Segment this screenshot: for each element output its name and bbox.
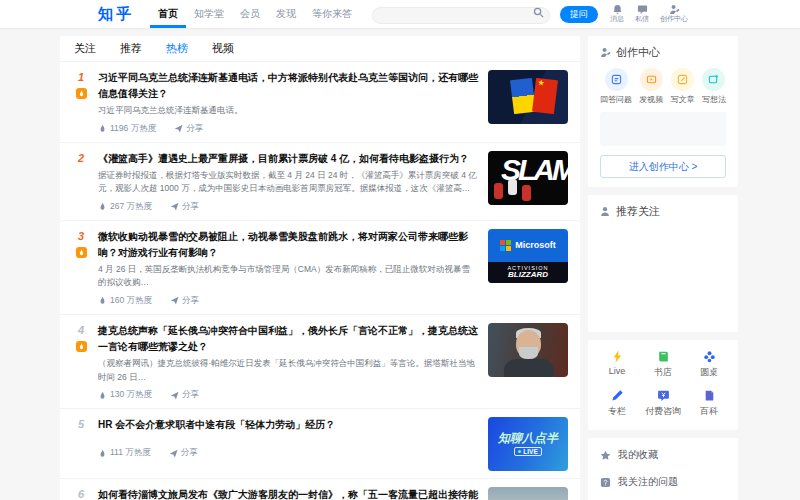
my-collections-link[interactable]: 我的收藏 [600,448,726,462]
book-icon [657,350,670,363]
thumbnail-czech-president[interactable] [488,323,568,377]
idea-icon [708,74,719,85]
hot-badge-icon [76,88,87,99]
right-sidebar: 创作中心 回答问题 发视频 写文章 写想法 [588,36,738,500]
post-video-button[interactable]: 发视频 [639,68,663,105]
search-input[interactable] [372,7,550,24]
creation-center-header: 创作中心 [588,36,738,66]
thumbnail-flags[interactable]: ★ [488,70,568,124]
shortcut-bookstore[interactable]: 书店 [640,350,686,379]
zhihu-logo[interactable]: 知乎 [98,5,134,24]
portrait-suit [504,359,554,377]
creation-actions: 回答问题 发视频 写文章 写想法 [588,66,738,105]
question-title[interactable]: 微软收购动视暴雪的交易被阻止，动视暴雪美股盘前跳水，将对两家公司带来哪些影响？对… [98,229,478,261]
nav-item-zhixuetang[interactable]: 知学堂 [186,0,232,28]
thumbnail-slam-dunk[interactable]: SLAM [488,151,568,205]
my-followed-questions-link[interactable]: 我关注的问题 [600,475,726,489]
hot-badge-icon [76,247,87,258]
rank-column: 2 [70,151,92,213]
bell-icon [612,4,623,15]
answer-question-button[interactable]: 回答问题 [600,68,632,105]
question-title[interactable]: 《灌篮高手》遭遇史上最严重屏摄，目前累计票房破 4 亿，如何看待电影盗摄行为？ [98,151,478,167]
creation-center-title: 创作中心 [616,45,660,60]
shortcut-roundtable[interactable]: 圆桌 [686,350,732,379]
creator-center-label: 创作中心 [660,15,688,23]
player-figure [522,185,531,201]
share-icon [170,296,179,305]
recommend-follow-header: 推荐关注 [588,195,738,225]
creator-center-button[interactable]: 创作中心 [660,4,688,23]
hot-badge-icon [76,341,87,352]
shortcut-column[interactable]: 专栏 [594,389,640,418]
heat-count: 130 万热度 [98,389,152,401]
share-button[interactable]: 分享 [170,201,199,213]
heat-count: 267 万热度 [98,201,152,213]
share-button[interactable]: 分享 [170,389,199,401]
hot-list-item-3[interactable]: 3 微软收购动视暴雪的交易被阻止，动视暴雪美股盘前跳水，将对两家公司带来哪些影响… [60,221,580,315]
column-pen-icon [611,389,624,402]
tab-recommend[interactable]: 推荐 [112,41,150,56]
article-icon [677,74,688,85]
rank-number: 4 [70,324,92,336]
heat-count: 111 万热度 [98,447,151,459]
rank-column: 5 [70,417,92,471]
item-content: 《灌篮高手》遭遇史上最严重屏摄，目前累计票房破 4 亿，如何看待电影盗摄行为？ … [92,151,488,213]
tab-follow[interactable]: 关注 [66,41,104,56]
hot-list-item-2[interactable]: 2 《灌篮高手》遭遇史上最严重屏摄，目前累计票房破 4 亿，如何看待电影盗摄行为… [60,143,580,221]
share-button[interactable]: 分享 [170,295,199,307]
rank-number: 6 [70,488,92,500]
question-title[interactable]: HR 会不会介意求职者中途有段「轻体力劳动」经历？ [98,417,478,433]
video-icon [646,74,657,85]
write-article-button[interactable]: 写文章 [671,68,695,105]
hot-list-item-6[interactable]: 6 如何看待淄博文旅局发布《致广大游客朋友的一封信》，称「五一客流量已超出接待能… [60,479,580,500]
hot-list-item-4[interactable]: 4 捷克总统声称「延长俄乌冲突符合中国利益」，俄外长斥「言论不正常」，捷克总统这… [60,315,580,409]
shortcut-encyclopedia[interactable]: 百科 [686,389,732,418]
microsoft-wordmark: Microsoft [515,240,556,250]
star-icon [600,450,611,461]
heat-flame-icon [98,296,107,305]
enter-creation-center-button[interactable]: 进入创作中心 > [600,155,726,178]
write-idea-button[interactable]: 写想法 [702,68,726,105]
thumbnail-zhiliao-live[interactable]: 知聊八点半 LIVE [488,417,568,471]
nav-item-member[interactable]: 会员 [232,0,268,28]
hot-list-item-5[interactable]: 5 HR 会不会介意求职者中途有段「轻体力劳动」经历？ 111 万热度 分享 知… [60,409,580,479]
heat-count: 160 万热度 [98,295,152,307]
tab-hot[interactable]: 热榜 [158,41,196,56]
item-meta: 111 万热度 分享 [98,447,478,459]
item-meta: 267 万热度 分享 [98,201,478,213]
thumbnail-microsoft-activision[interactable]: Microsoft ACTIVISION BLIZZARD [488,229,568,283]
share-icon [174,124,183,133]
nav-item-home[interactable]: 首页 [150,0,186,28]
question-title[interactable]: 捷克总统声称「延长俄乌冲突符合中国利益」，俄外长斥「言论不正常」，捷克总统这一言… [98,323,478,355]
ask-question-button[interactable]: 提问 [560,6,598,23]
item-content: 微软收购动视暴雪的交易被阻止，动视暴雪美股盘前跳水，将对两家公司带来哪些影响？对… [92,229,488,307]
thumbnail-mountains[interactable] [488,487,568,500]
zhihu-hot-page: 知乎 首页 知学堂 会员 发现 等你来答 提问 [0,0,800,500]
nav-item-answer[interactable]: 等你来答 [304,0,360,28]
creation-center-card: 创作中心 回答问题 发视频 写文章 写想法 [588,36,738,187]
lightning-icon [611,350,624,363]
china-flag-icon: ★ [532,78,558,114]
hot-list-item-1[interactable]: 1 习近平同乌克兰总统泽连斯基通电话，中方将派特别代表赴乌克兰等国访问，还有哪些… [60,62,580,143]
question-title[interactable]: 如何看待淄博文旅局发布《致广大游客朋友的一封信》，称「五一客流量已超出接待能力，… [98,487,478,500]
private-message-label: 私信 [635,15,649,23]
search-icon[interactable] [533,7,544,18]
creation-stats-placeholder [600,112,726,146]
private-message-button[interactable]: 私信 [635,4,649,23]
rank-number: 2 [70,152,92,164]
tab-video[interactable]: 视频 [204,41,242,56]
shortcut-paid-consult[interactable]: 付费咨询 [640,389,686,418]
share-button[interactable]: 分享 [174,123,203,135]
heat-flame-icon [98,124,107,133]
chat-icon [637,4,648,15]
shortcut-live[interactable]: Live [594,350,640,379]
item-content: 如何看待淄博文旅局发布《致广大游客朋友的一封信》，称「五一客流量已超出接待能力，… [92,487,488,500]
recommend-follow-title: 推荐关注 [616,204,660,219]
player-figure [508,179,517,195]
nav-item-discover[interactable]: 发现 [268,0,304,28]
heat-count: 1196 万热度 [98,123,156,135]
messages-button[interactable]: 消息 [610,4,624,23]
question-title[interactable]: 习近平同乌克兰总统泽连斯基通电话，中方将派特别代表赴乌克兰等国访问，还有哪些信息… [98,70,478,102]
pen-icon [669,4,680,15]
share-button[interactable]: 分享 [169,447,198,459]
